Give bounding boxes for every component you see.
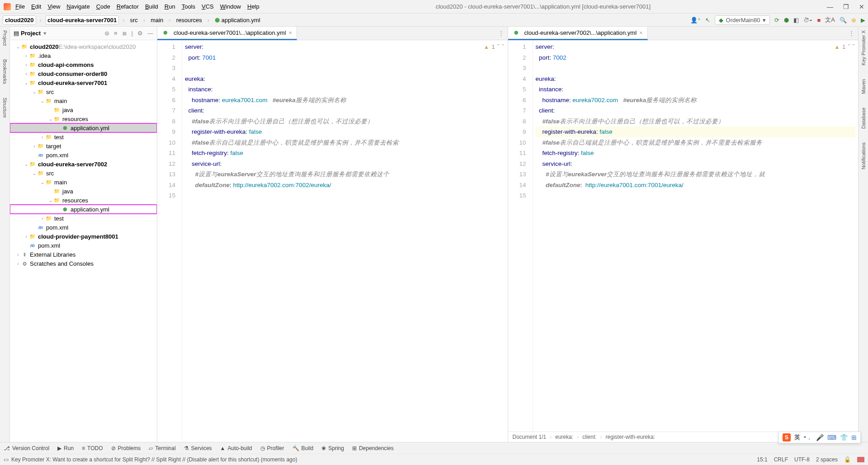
collapse-icon[interactable]: ≣: [122, 30, 127, 37]
editor-tab[interactable]: ⬢ cloud-eureka-server7001\...\applicatio…: [157, 27, 297, 40]
tree-node[interactable]: ›📁test: [10, 132, 157, 141]
tree-node[interactable]: ›📁cloud-api-commons: [10, 60, 157, 69]
editor-tab[interactable]: ⬢ cloud-eureka-server7002\...\applicatio…: [508, 27, 648, 40]
bottom-tab-auto-build[interactable]: ▲Auto-build: [220, 445, 252, 451]
tool-tab-database[interactable]: Database: [861, 108, 866, 129]
tree-node[interactable]: ›📁test: [10, 214, 157, 223]
project-view-dropdown[interactable]: ▾: [43, 30, 47, 37]
tool-tab-notifications[interactable]: Notifications: [861, 142, 866, 169]
ime-mic-icon[interactable]: 🎤: [816, 434, 824, 441]
close-tab-icon[interactable]: ×: [289, 29, 292, 36]
menu-vcs[interactable]: VCS: [202, 3, 214, 10]
back-icon[interactable]: ↖: [705, 17, 710, 23]
code-breadcrumb-item[interactable]: eureka:: [555, 434, 573, 440]
breadcrumb-item[interactable]: src: [128, 16, 139, 24]
run-anything-icon[interactable]: ▶: [861, 17, 865, 23]
tree-node[interactable]: ›⊙Scratches and Consoles: [10, 259, 157, 268]
code-editor-left[interactable]: ▲1ˆˇ 123456789101112131415 server: port:…: [157, 40, 508, 442]
readonly-lock-icon[interactable]: 🔓: [844, 456, 851, 463]
refresh-icon[interactable]: ⟳: [774, 17, 779, 23]
coverage-icon[interactable]: ◧: [793, 17, 799, 23]
settings-icon[interactable]: ⚙: [137, 30, 143, 37]
file-encoding[interactable]: UTF-8: [794, 456, 810, 463]
tree-node[interactable]: ⌄📁main: [10, 96, 157, 105]
caret-position[interactable]: 15:1: [757, 456, 767, 463]
menu-file[interactable]: File: [15, 3, 25, 10]
breadcrumb-item[interactable]: cloud-eureka-server7001: [45, 15, 119, 25]
code-breadcrumb-item[interactable]: register-with-eureka:: [606, 434, 655, 440]
close-tab-icon[interactable]: ×: [639, 29, 643, 36]
menu-run[interactable]: Run: [165, 3, 175, 10]
tree-node[interactable]: ›📁cloud-provider-payment8001: [10, 232, 157, 241]
ime-lang[interactable]: 英: [794, 433, 800, 442]
tree-node[interactable]: 📁java: [10, 187, 157, 196]
tool-tab-bookmarks[interactable]: Bookmarks: [2, 59, 8, 84]
project-tree[interactable]: ⌄📁cloud2020 E:\idea-workspace\cloud2020›…: [10, 40, 157, 442]
tree-node[interactable]: ⌄📁resources: [10, 114, 157, 123]
tree-node[interactable]: ⬢application.yml: [10, 205, 157, 214]
menu-edit[interactable]: Edit: [31, 3, 41, 10]
tree-node[interactable]: ⌄📁cloud2020 E:\idea-workspace\cloud2020: [10, 42, 157, 51]
tree-node[interactable]: ⌄📁src: [10, 169, 157, 178]
translate-icon[interactable]: 文A: [825, 16, 835, 24]
ime-toolbar[interactable]: S 英 •， 🎤 ⌨ 👕 ⊞: [778, 432, 861, 443]
tool-tab-maven[interactable]: Maven: [861, 79, 866, 94]
tree-node[interactable]: ›⫴External Libraries: [10, 250, 157, 259]
tree-node[interactable]: ⌄📁cloud-eureka-server7002: [10, 160, 157, 169]
tab-menu-icon[interactable]: ⋮: [845, 30, 858, 37]
tree-node[interactable]: mpom.xml: [10, 150, 157, 160]
menu-navigate[interactable]: Navigate: [66, 3, 90, 10]
hide-icon[interactable]: —: [147, 30, 153, 37]
ime-skin-icon[interactable]: 👕: [840, 434, 848, 441]
code-breadcrumb-item[interactable]: Document 1/1: [513, 434, 547, 440]
bottom-tab-build[interactable]: 🔨Build: [292, 445, 314, 451]
close-button[interactable]: ✕: [859, 3, 864, 10]
debug-icon[interactable]: ⬢: [784, 17, 789, 23]
bottom-tab-terminal[interactable]: ▱Terminal: [149, 445, 175, 451]
tree-node[interactable]: ⌄📁main: [10, 178, 157, 187]
ide-updates-icon[interactable]: ⊕: [851, 17, 856, 23]
code-breadcrumb-item[interactable]: client:: [582, 434, 596, 440]
bottom-tab-spring[interactable]: ❀Spring: [321, 445, 344, 451]
tree-node[interactable]: ⌄📁resources: [10, 196, 157, 205]
tree-node[interactable]: 📁java: [10, 105, 157, 114]
maximize-button[interactable]: ❐: [843, 3, 849, 10]
breadcrumb-item[interactable]: resources: [175, 16, 204, 24]
tree-node[interactable]: ›📁target: [10, 141, 157, 150]
tool-tab-key-promoter-x[interactable]: Key Promoter X: [861, 30, 866, 66]
breadcrumb-item[interactable]: main: [149, 16, 165, 24]
bottom-tab-services[interactable]: ⚗Services: [184, 445, 212, 451]
bottom-tab-profiler[interactable]: ◷Profiler: [260, 445, 284, 451]
breadcrumb-item[interactable]: cloud2020: [3, 15, 36, 25]
bottom-tab-version-control[interactable]: ⎇Version Control: [4, 445, 49, 451]
locate-icon[interactable]: ⊚: [104, 30, 109, 37]
run-configuration[interactable]: ◆OrderMain80▾: [715, 15, 770, 25]
inspection-badge[interactable]: ▲1ˆˇ: [834, 42, 854, 53]
bottom-tab-todo[interactable]: ≡TODO: [82, 445, 103, 451]
menu-window[interactable]: Window: [220, 3, 241, 10]
ime-punct-icon[interactable]: •，: [804, 433, 812, 442]
menu-refactor[interactable]: Refactor: [117, 3, 139, 10]
profile-icon[interactable]: ⏱▾: [803, 17, 812, 23]
code-editor-right[interactable]: ▲1ˆˇ 123456789101112131415 server: port:…: [508, 40, 859, 432]
breadcrumb-item[interactable]: ⬢ application.yml: [213, 16, 262, 24]
tree-node[interactable]: mpom.xml: [10, 241, 157, 250]
search-icon[interactable]: 🔍: [840, 17, 847, 23]
bottom-tab-problems[interactable]: ⊘Problems: [111, 445, 141, 451]
add-user-icon[interactable]: 👤⁺: [690, 17, 701, 23]
indent-setting[interactable]: 2 spaces: [816, 456, 838, 463]
ime-toolbox-icon[interactable]: ⊞: [851, 434, 857, 441]
menu-code[interactable]: Code: [96, 3, 110, 10]
inspection-badge[interactable]: ▲1ˆˇ: [484, 42, 504, 53]
minimize-button[interactable]: —: [827, 3, 833, 10]
tree-node[interactable]: ⬢application.yml: [10, 123, 157, 132]
menu-view[interactable]: View: [47, 3, 60, 10]
expand-icon[interactable]: ≡: [114, 30, 118, 37]
tool-tab-project[interactable]: Project: [2, 30, 8, 46]
stop-icon[interactable]: ■: [817, 17, 821, 23]
mem-indicator-icon[interactable]: [857, 457, 864, 462]
tab-menu-icon[interactable]: ⋮: [495, 30, 508, 37]
tree-node[interactable]: mpom.xml: [10, 223, 157, 232]
tree-node[interactable]: ›📁cloud-consumer-order80: [10, 69, 157, 78]
tree-node[interactable]: ⌄📁src: [10, 87, 157, 96]
